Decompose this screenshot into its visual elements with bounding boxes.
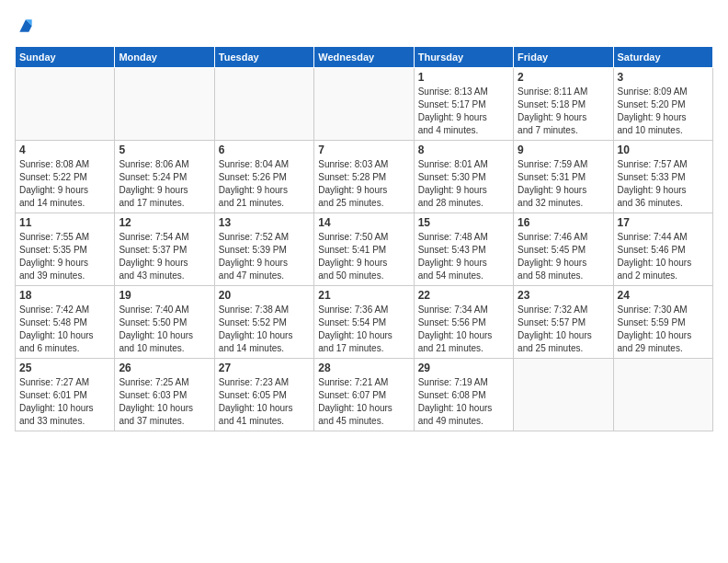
calendar-week-row: 11Sunrise: 7:55 AM Sunset: 5:35 PM Dayli… xyxy=(16,213,713,286)
day-number: 14 xyxy=(318,216,409,229)
calendar-header-wednesday: Wednesday xyxy=(314,47,414,68)
day-info: Sunrise: 8:04 AM Sunset: 5:26 PM Dayligh… xyxy=(219,158,310,210)
day-number: 25 xyxy=(19,362,110,374)
day-number: 23 xyxy=(518,289,609,302)
day-info: Sunrise: 7:19 AM Sunset: 6:08 PM Dayligh… xyxy=(418,376,509,428)
calendar-cell: 11Sunrise: 7:55 AM Sunset: 5:35 PM Dayli… xyxy=(16,213,115,286)
day-number: 18 xyxy=(19,289,110,302)
day-info: Sunrise: 8:13 AM Sunset: 5:17 PM Dayligh… xyxy=(418,86,509,137)
day-info: Sunrise: 7:36 AM Sunset: 5:54 PM Dayligh… xyxy=(318,304,409,355)
calendar-cell: 23Sunrise: 7:32 AM Sunset: 5:57 PM Dayli… xyxy=(514,286,613,359)
day-info: Sunrise: 7:40 AM Sunset: 5:50 PM Dayligh… xyxy=(119,304,210,355)
day-info: Sunrise: 7:27 AM Sunset: 6:01 PM Dayligh… xyxy=(19,376,110,428)
calendar-cell: 16Sunrise: 7:46 AM Sunset: 5:45 PM Dayli… xyxy=(514,213,613,286)
calendar-cell: 6Sunrise: 8:04 AM Sunset: 5:26 PM Daylig… xyxy=(214,141,313,213)
calendar-week-row: 1Sunrise: 8:13 AM Sunset: 5:17 PM Daylig… xyxy=(16,68,713,141)
calendar-cell: 26Sunrise: 7:25 AM Sunset: 6:03 PM Dayli… xyxy=(115,359,214,431)
calendar-header-tuesday: Tuesday xyxy=(214,47,313,68)
calendar-cell: 13Sunrise: 7:52 AM Sunset: 5:39 PM Dayli… xyxy=(214,213,313,286)
calendar-cell: 8Sunrise: 8:01 AM Sunset: 5:30 PM Daylig… xyxy=(414,141,513,213)
day-number: 26 xyxy=(119,362,210,374)
calendar-cell xyxy=(214,68,313,141)
calendar-cell xyxy=(613,359,712,431)
day-number: 10 xyxy=(618,144,709,156)
calendar-cell: 27Sunrise: 7:23 AM Sunset: 6:05 PM Dayli… xyxy=(214,359,313,431)
calendar-cell: 22Sunrise: 7:34 AM Sunset: 5:56 PM Dayli… xyxy=(414,286,513,359)
day-number: 1 xyxy=(418,71,509,84)
day-number: 4 xyxy=(19,144,110,156)
calendar-cell xyxy=(16,68,115,141)
calendar-cell: 5Sunrise: 8:06 AM Sunset: 5:24 PM Daylig… xyxy=(115,141,214,213)
day-info: Sunrise: 7:32 AM Sunset: 5:57 PM Dayligh… xyxy=(518,304,609,355)
day-number: 21 xyxy=(318,289,409,302)
logo-icon xyxy=(17,17,35,35)
logo xyxy=(15,15,35,37)
calendar-header-monday: Monday xyxy=(115,47,214,68)
day-number: 12 xyxy=(119,216,210,229)
day-number: 9 xyxy=(518,144,609,156)
calendar-cell: 7Sunrise: 8:03 AM Sunset: 5:28 PM Daylig… xyxy=(314,141,414,213)
day-info: Sunrise: 8:06 AM Sunset: 5:24 PM Dayligh… xyxy=(119,158,210,210)
day-number: 8 xyxy=(418,144,509,156)
day-info: Sunrise: 7:25 AM Sunset: 6:03 PM Dayligh… xyxy=(119,376,210,428)
calendar-cell: 21Sunrise: 7:36 AM Sunset: 5:54 PM Dayli… xyxy=(314,286,414,359)
day-number: 13 xyxy=(219,216,310,229)
day-info: Sunrise: 8:03 AM Sunset: 5:28 PM Dayligh… xyxy=(318,158,409,210)
day-info: Sunrise: 7:38 AM Sunset: 5:52 PM Dayligh… xyxy=(219,304,310,355)
calendar-cell: 25Sunrise: 7:27 AM Sunset: 6:01 PM Dayli… xyxy=(16,359,115,431)
day-number: 7 xyxy=(318,144,409,156)
calendar-week-row: 18Sunrise: 7:42 AM Sunset: 5:48 PM Dayli… xyxy=(16,286,713,359)
day-number: 6 xyxy=(219,144,310,156)
calendar-cell: 20Sunrise: 7:38 AM Sunset: 5:52 PM Dayli… xyxy=(214,286,313,359)
day-number: 19 xyxy=(119,289,210,302)
calendar-header-row: SundayMondayTuesdayWednesdayThursdayFrid… xyxy=(16,47,713,68)
day-info: Sunrise: 7:42 AM Sunset: 5:48 PM Dayligh… xyxy=(19,304,110,355)
day-number: 24 xyxy=(618,289,709,302)
day-info: Sunrise: 8:11 AM Sunset: 5:18 PM Dayligh… xyxy=(518,86,609,137)
calendar-cell: 3Sunrise: 8:09 AM Sunset: 5:20 PM Daylig… xyxy=(613,68,712,141)
day-info: Sunrise: 7:55 AM Sunset: 5:35 PM Dayligh… xyxy=(19,231,110,282)
day-number: 29 xyxy=(418,362,509,374)
logo-text xyxy=(15,15,35,37)
calendar-header-friday: Friday xyxy=(514,47,613,68)
day-number: 15 xyxy=(418,216,509,229)
calendar-cell: 15Sunrise: 7:48 AM Sunset: 5:43 PM Dayli… xyxy=(414,213,513,286)
day-number: 17 xyxy=(618,216,709,229)
day-info: Sunrise: 7:54 AM Sunset: 5:37 PM Dayligh… xyxy=(119,231,210,282)
day-info: Sunrise: 7:30 AM Sunset: 5:59 PM Dayligh… xyxy=(618,304,709,355)
day-info: Sunrise: 7:50 AM Sunset: 5:41 PM Dayligh… xyxy=(318,231,409,282)
calendar-cell: 18Sunrise: 7:42 AM Sunset: 5:48 PM Dayli… xyxy=(16,286,115,359)
day-info: Sunrise: 7:34 AM Sunset: 5:56 PM Dayligh… xyxy=(418,304,509,355)
day-info: Sunrise: 7:46 AM Sunset: 5:45 PM Dayligh… xyxy=(518,231,609,282)
calendar-cell: 29Sunrise: 7:19 AM Sunset: 6:08 PM Dayli… xyxy=(414,359,513,431)
calendar-cell: 24Sunrise: 7:30 AM Sunset: 5:59 PM Dayli… xyxy=(613,286,712,359)
page: SundayMondayTuesdayWednesdayThursdayFrid… xyxy=(0,0,728,563)
day-info: Sunrise: 7:52 AM Sunset: 5:39 PM Dayligh… xyxy=(219,231,310,282)
day-number: 16 xyxy=(518,216,609,229)
calendar-cell xyxy=(115,68,214,141)
calendar-header-thursday: Thursday xyxy=(414,47,513,68)
day-number: 11 xyxy=(19,216,110,229)
day-info: Sunrise: 7:21 AM Sunset: 6:07 PM Dayligh… xyxy=(318,376,409,428)
calendar-cell: 12Sunrise: 7:54 AM Sunset: 5:37 PM Dayli… xyxy=(115,213,214,286)
day-number: 27 xyxy=(219,362,310,374)
day-number: 2 xyxy=(518,71,609,84)
day-number: 3 xyxy=(618,71,709,84)
calendar-cell: 10Sunrise: 7:57 AM Sunset: 5:33 PM Dayli… xyxy=(613,141,712,213)
calendar-cell xyxy=(514,359,613,431)
day-number: 22 xyxy=(418,289,509,302)
calendar-table: SundayMondayTuesdayWednesdayThursdayFrid… xyxy=(15,46,713,431)
calendar-cell: 1Sunrise: 8:13 AM Sunset: 5:17 PM Daylig… xyxy=(414,68,513,141)
day-info: Sunrise: 7:48 AM Sunset: 5:43 PM Dayligh… xyxy=(418,231,509,282)
day-info: Sunrise: 7:59 AM Sunset: 5:31 PM Dayligh… xyxy=(518,158,609,210)
day-number: 28 xyxy=(318,362,409,374)
day-number: 5 xyxy=(119,144,210,156)
calendar-week-row: 25Sunrise: 7:27 AM Sunset: 6:01 PM Dayli… xyxy=(16,359,713,431)
calendar-cell xyxy=(314,68,414,141)
calendar-cell: 17Sunrise: 7:44 AM Sunset: 5:46 PM Dayli… xyxy=(613,213,712,286)
calendar-header-sunday: Sunday xyxy=(16,47,115,68)
calendar-header-saturday: Saturday xyxy=(613,47,712,68)
day-info: Sunrise: 8:01 AM Sunset: 5:30 PM Dayligh… xyxy=(418,158,509,210)
calendar-cell: 28Sunrise: 7:21 AM Sunset: 6:07 PM Dayli… xyxy=(314,359,414,431)
day-info: Sunrise: 7:57 AM Sunset: 5:33 PM Dayligh… xyxy=(618,158,709,210)
